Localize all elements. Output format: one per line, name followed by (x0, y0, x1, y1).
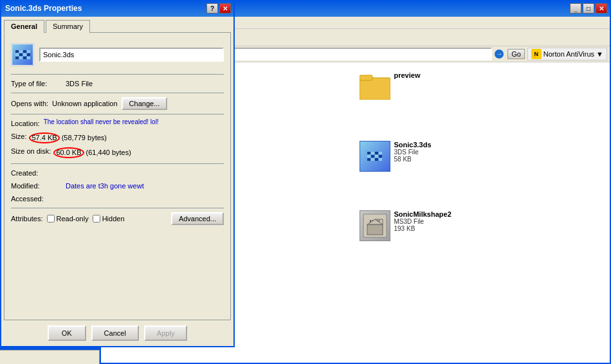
sonicmilkshape2-type: MS3D File (394, 218, 601, 225)
opens-with-value: Unknown application (52, 98, 118, 109)
sonicmilkshape2-name: SonicMilkshape2 (394, 210, 601, 218)
attributes-label: Attributes: (11, 214, 43, 224)
sonicmilkshape2-info: SonicMilkshape2 MS3D File 193 KB (394, 210, 601, 232)
file-icon (11, 43, 34, 66)
norton-badge: N Norton AntiVirus ▼ (527, 48, 607, 60)
preview-thumb (360, 71, 390, 102)
file-item-sonicmilkshape2[interactable]: MILK SonicMilkshape2 MS3D File 193 KB (357, 208, 604, 272)
location-note: The location shall never be revealed! lo… (44, 118, 159, 125)
accessed-label: Accessed: (11, 194, 66, 204)
apply-button[interactable]: Apply (144, 325, 188, 341)
sonic33ds-size: 58 KB (394, 156, 601, 163)
size-on-disk-bytes: (61,440 bytes) (86, 149, 131, 156)
dates-grid: Created: Modified: Dates are t3h gone we… (11, 168, 224, 204)
file-header (11, 39, 224, 70)
change-button[interactable]: Change... (122, 97, 168, 110)
svg-rect-8 (360, 78, 390, 100)
modified-value: Dates are t3h gone wewt (66, 181, 224, 191)
norton-icon: N (531, 49, 542, 59)
file-item-preview[interactable]: preview (357, 69, 604, 133)
sonic33ds-name: Sonic3.3ds (394, 141, 601, 149)
size-bytes: (58,779 bytes) (62, 134, 107, 141)
properties-grid: Type of file: 3DS File (11, 78, 224, 89)
created-label: Created: (11, 168, 66, 178)
size-on-disk-value: 60.0 KB (61,440 bytes) (53, 146, 131, 159)
readonly-label: Read-only (57, 215, 89, 223)
size-on-disk-label: Size on disk: (11, 146, 51, 159)
divider-2 (11, 93, 224, 93)
status-empty (0, 350, 100, 364)
hidden-checkbox-label[interactable]: Hidden (93, 215, 125, 223)
filename-input[interactable] (39, 48, 224, 62)
sonic33ds-thumb (360, 141, 390, 172)
sonicmilkshape2-size: 193 KB (394, 225, 601, 232)
ok-button[interactable]: OK (48, 325, 86, 341)
dialog-body: General Summary (1, 17, 233, 346)
dialog-footer: OK Cancel Apply (1, 320, 233, 346)
tab-content-general: Type of file: 3DS File Opens with: Unkno… (4, 32, 231, 320)
accessed-value (66, 194, 224, 204)
tab-summary[interactable]: Summary (46, 20, 90, 33)
preview-info: preview (394, 71, 601, 79)
dialog-close-btn[interactable]: ✕ (219, 3, 231, 14)
go-arrow-icon: → (495, 50, 504, 59)
explorer-maximize-btn[interactable]: □ (583, 3, 594, 14)
preview-name: preview (394, 71, 601, 79)
tab-general[interactable]: General (4, 20, 44, 33)
dialog-help-btn[interactable]: ? (206, 3, 218, 14)
norton-arrow: ▼ (596, 50, 603, 58)
dialog-title: Sonic.3ds Properties (5, 4, 82, 13)
divider-3 (11, 114, 224, 114)
cancel-button[interactable]: Cancel (91, 325, 139, 341)
location-row: Location: The location shall never be re… (11, 118, 224, 129)
size-row: Size: 57.4 KB (58,779 bytes) (11, 131, 224, 145)
explorer-minimize-btn[interactable]: _ (570, 3, 581, 14)
go-button[interactable]: Go (507, 49, 525, 59)
attributes-row: Attributes: Read-only Hidden Advanced... (11, 212, 224, 225)
svg-rect-9 (360, 75, 372, 80)
sonic33ds-type: 3DS File (394, 149, 601, 156)
svg-rect-22 (367, 224, 383, 235)
properties-dialog: Sonic.3ds Properties ? ✕ General Summary (0, 0, 235, 347)
divider-5 (11, 208, 224, 208)
explorer-close-btn[interactable]: ✕ (596, 3, 607, 14)
file-item-sonic33ds[interactable]: Sonic3.3ds 3DS File 58 KB (357, 138, 604, 203)
dialog-titlebar: Sonic.3ds Properties ? ✕ (1, 0, 233, 17)
divider-4 (11, 163, 224, 164)
norton-label: Norton AntiVirus (543, 50, 594, 58)
explorer-titlebar-buttons: _ □ ✕ (570, 3, 607, 14)
opens-with-label: Opens with: (11, 98, 48, 109)
sonic33ds-info: Sonic3.3ds 3DS File 58 KB (394, 141, 601, 163)
hidden-label: Hidden (102, 215, 125, 223)
size-value: 57.4 KB (58,779 bytes) (29, 131, 107, 145)
opens-with-row: Opens with: Unknown application Change..… (11, 97, 224, 110)
file-type-value: 3DS File (66, 78, 224, 89)
divider-1 (11, 74, 224, 75)
size-on-disk-highlighted: 60.0 KB (53, 147, 84, 158)
sonicmilkshape2-thumb: MILK (360, 210, 390, 241)
modified-label: Modified: (11, 181, 66, 191)
readonly-checkbox[interactable] (47, 215, 55, 223)
tabs-container: General Summary (1, 17, 233, 32)
location-label: Location: (11, 118, 40, 129)
advanced-button[interactable]: Advanced... (171, 212, 224, 225)
file-icon-inner (12, 44, 33, 65)
file-type-label: Type of file: (11, 78, 66, 89)
size-on-disk-row: Size on disk: 60.0 KB (61,440 bytes) (11, 146, 224, 159)
dialog-titlebar-buttons: ? ✕ (206, 3, 231, 14)
readonly-checkbox-label[interactable]: Read-only (47, 215, 89, 223)
size-label: Size: (11, 131, 26, 145)
size-highlighted: 57.4 KB (29, 132, 59, 143)
hidden-checkbox[interactable] (93, 215, 100, 223)
created-value (66, 168, 224, 178)
